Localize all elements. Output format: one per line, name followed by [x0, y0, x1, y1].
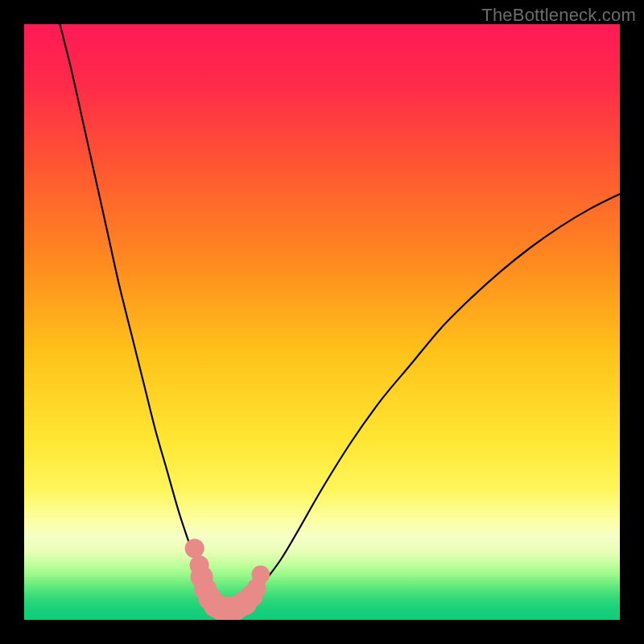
gradient-background — [24, 24, 620, 620]
chart-frame — [24, 24, 620, 620]
data-dot — [185, 539, 204, 558]
data-dot — [251, 565, 270, 584]
bottleneck-chart — [24, 24, 620, 620]
watermark-text: TheBottleneck.com — [481, 5, 636, 26]
